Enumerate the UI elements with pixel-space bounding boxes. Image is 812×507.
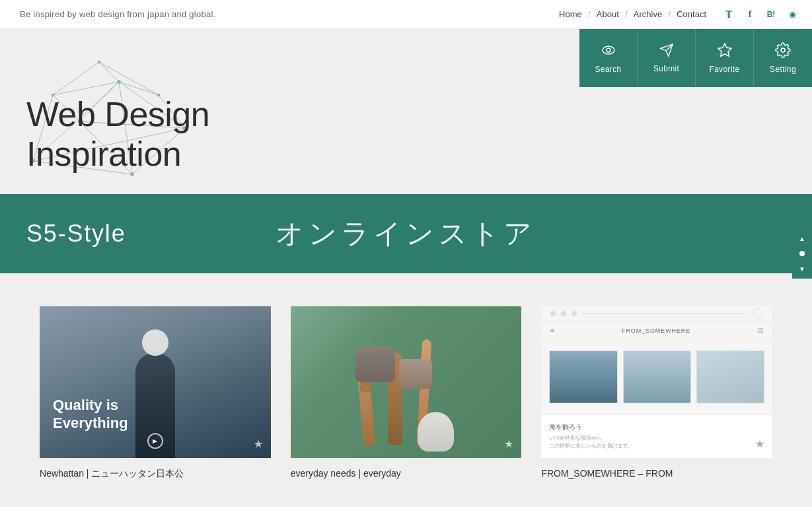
- facebook-icon[interactable]: f: [743, 8, 757, 21]
- sep-2: /: [623, 10, 630, 19]
- top-bar: Be inspired by web design from japan and…: [0, 0, 812, 29]
- setting-toolbar-item[interactable]: Setting: [754, 29, 812, 87]
- setting-label: Setting: [770, 65, 796, 74]
- toolbar: Search Submit Favorite Setting: [579, 29, 812, 87]
- sep-3: /: [666, 10, 673, 19]
- card-2-image[interactable]: ★: [291, 306, 522, 458]
- svg-line-18: [53, 62, 99, 95]
- scroll-indicator: [799, 251, 805, 256]
- scroll-widget: ▲ ▼: [792, 228, 812, 279]
- svg-point-0: [603, 46, 614, 54]
- photo-2: [623, 351, 691, 403]
- hero-jp-text: オンラインストア: [276, 215, 536, 252]
- search-label: Search: [595, 65, 621, 74]
- sep-1: /: [586, 10, 593, 19]
- browser-dot-3: [572, 311, 577, 316]
- browser-dot-2: [561, 311, 566, 316]
- card-3-title: FROM_SOMEWHERE – FROM: [541, 467, 772, 481]
- submit-label: Submit: [653, 64, 680, 73]
- card-3-image[interactable]: ≡ FROM_SOMEWHERE ⊡ 海を飾ろう いつか特別な場所から、この世界…: [541, 306, 772, 458]
- search-toolbar-item[interactable]: Search: [579, 29, 638, 87]
- svg-point-22: [118, 81, 121, 84]
- card-1: Quality is Everything ▶ ★ Newhattan | ニュ…: [40, 306, 271, 481]
- scroll-up-button[interactable]: ▲: [796, 234, 808, 243]
- rss-icon[interactable]: ◉: [786, 8, 799, 21]
- hero-text: Web Design Inspiration: [26, 95, 209, 174]
- card-1-favorite-button[interactable]: ★: [254, 438, 263, 450]
- browser-chrome: [541, 306, 772, 321]
- card-1-overlay-text: Quality is Everything: [53, 397, 128, 432]
- photo-1: [549, 351, 617, 403]
- favorite-toolbar-item[interactable]: Favorite: [696, 29, 754, 87]
- card-3-favorite-button[interactable]: ★: [755, 438, 764, 450]
- card-2-favorite-button[interactable]: ★: [504, 438, 513, 450]
- submit-toolbar-item[interactable]: Submit: [638, 29, 696, 87]
- svg-line-13: [53, 82, 119, 95]
- favorite-icon: [717, 42, 733, 61]
- nav-home[interactable]: Home: [555, 9, 586, 19]
- social-icons: 𝕋 f B! ◉: [722, 8, 799, 21]
- hero-brand-bar: S5-Style オンラインストア: [0, 194, 812, 273]
- browser-icon: [753, 308, 763, 319]
- brand-name: S5-Style: [0, 220, 126, 248]
- setting-icon: [775, 42, 791, 61]
- tagline: Be inspired by web design from japan and…: [20, 9, 216, 19]
- card-3-bottom-content: 海を飾ろう いつか特別な場所から、この世界に美しいものを届けます。: [541, 414, 772, 458]
- photo-gallery: [541, 340, 772, 414]
- svg-marker-2: [718, 44, 731, 56]
- search-eye-icon: [601, 42, 616, 61]
- nav-contact[interactable]: Contact: [673, 9, 710, 19]
- twitter-icon[interactable]: 𝕋: [722, 8, 735, 21]
- favorite-label: Favorite: [709, 65, 739, 74]
- nav-archive[interactable]: Archive: [630, 9, 666, 19]
- site-header: ≡ FROM_SOMEWHERE ⊡: [541, 321, 772, 340]
- card-2-title: everyday needs | everyday: [291, 467, 522, 481]
- svg-point-3: [781, 48, 785, 52]
- hatena-icon[interactable]: B!: [764, 8, 778, 21]
- svg-point-1: [607, 48, 610, 52]
- hero-title: Web Design Inspiration: [26, 95, 209, 174]
- card-1-play-button[interactable]: ▶: [147, 433, 163, 449]
- browser-dot-1: [550, 311, 556, 316]
- card-3-bottom-text: 海を飾ろう いつか特別な場所から、この世界に美しいものを届けます。: [549, 422, 764, 450]
- submit-icon: [659, 43, 674, 60]
- svg-line-19: [99, 62, 119, 82]
- cards-section: Quality is Everything ▶ ★ Newhattan | ニュ…: [0, 273, 812, 507]
- browser-url-bar: [582, 313, 747, 314]
- scroll-down-button[interactable]: ▼: [796, 264, 808, 273]
- svg-line-20: [99, 62, 159, 95]
- card-3: ≡ FROM_SOMEWHERE ⊡ 海を飾ろう いつか特別な場所から、この世界…: [541, 306, 772, 481]
- main-nav: Home / About / Archive / Contact 𝕋 f B! …: [555, 8, 799, 21]
- nav-about[interactable]: About: [593, 9, 623, 19]
- card-2: ★ everyday needs | everyday: [291, 306, 522, 481]
- card-1-image[interactable]: Quality is Everything ▶ ★: [40, 306, 271, 458]
- card-1-title: Newhattan | ニューハッタン日本公: [40, 467, 271, 481]
- svg-point-28: [98, 61, 100, 63]
- photo-3: [696, 351, 764, 403]
